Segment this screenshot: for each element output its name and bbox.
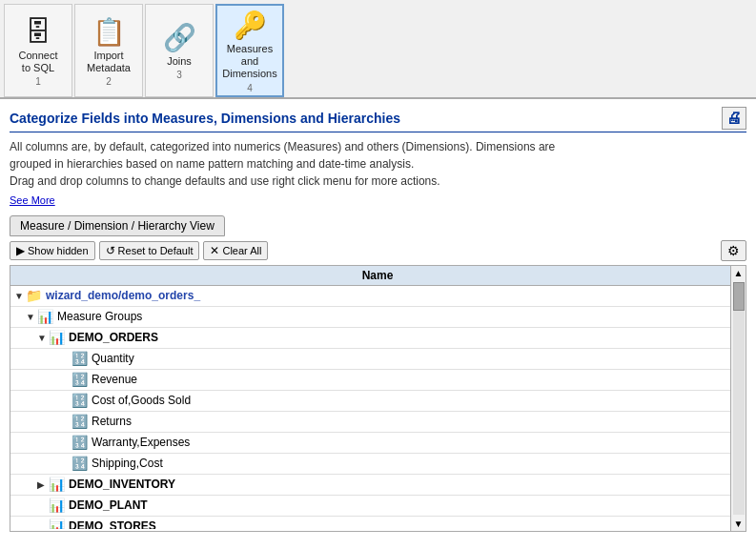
demo-inventory-icon: 📊 <box>49 477 65 492</box>
row-cell: 🔢 Returns <box>10 412 746 432</box>
demo-orders-icon: 📊 <box>49 330 65 345</box>
table-row[interactable]: 🔢 Returns <box>10 412 746 433</box>
demo-stores-icon: 📊 <box>49 518 65 529</box>
row-label: DEMO_STORES <box>69 519 156 529</box>
joins-label: Joins <box>167 55 192 68</box>
measures-dimensions-label: Measures andDimensions <box>219 43 280 81</box>
folder-icon: 📁 <box>26 288 42 303</box>
row-label: DEMO_INVENTORY <box>69 478 175 491</box>
main-content: Categorize Fields into Measures, Dimensi… <box>0 99 756 536</box>
row-label: Warranty,Expenses <box>92 436 190 449</box>
row-cell: 🔢 Shipping,Cost <box>10 454 746 474</box>
table-row[interactable]: ▼ 📊 DEMO_ORDERS <box>10 328 746 349</box>
scroll-up-icon[interactable]: ▲ <box>732 266 746 280</box>
scrollbar[interactable]: ▲ ▼ <box>730 266 746 531</box>
connect-sql-num: 1 <box>35 76 41 87</box>
main-toolbar: 🗄 Connect to SQL 1 📋 ImportMetadata 2 🔗 … <box>0 0 756 99</box>
import-metadata-button[interactable]: 📋 ImportMetadata 2 <box>74 4 143 97</box>
view-selector: Measure / Dimension / Hierarchy View <box>10 215 746 236</box>
import-metadata-num: 2 <box>106 76 112 87</box>
row-cell: 🔢 Cost of,Goods Sold <box>10 391 746 411</box>
view-tab[interactable]: Measure / Dimension / Hierarchy View <box>10 215 225 236</box>
page-title: Categorize Fields into Measures, Dimensi… <box>10 111 400 126</box>
measure-groups-icon: 📊 <box>37 309 53 324</box>
measures-dimensions-button[interactable]: 🔑 Measures andDimensions 4 <box>215 4 284 97</box>
measure-icon: 🔢 <box>72 372 88 387</box>
row-label: Measure Groups <box>57 310 142 323</box>
joins-button[interactable]: 🔗 Joins 3 <box>145 4 214 97</box>
row-label: DEMO_PLANT <box>69 498 148 512</box>
import-metadata-label: ImportMetadata <box>87 50 131 74</box>
row-label: Shipping,Cost <box>92 457 163 470</box>
clear-icon: ✕ <box>210 244 219 257</box>
table-row[interactable]: ▼ 📁 wizard_demo/demo_orders_ <box>10 286 746 307</box>
scroll-track[interactable] <box>733 282 745 515</box>
tree-toolbar: ▶ Show hidden ↺ Reset to Default ✕ Clear… <box>10 240 746 261</box>
show-hidden-icon: ▶ <box>16 244 25 257</box>
measure-icon: 🔢 <box>72 393 88 408</box>
row-cell: ▼ 📁 wizard_demo/demo_orders_ <box>10 286 746 306</box>
see-more-link[interactable]: See More <box>10 194 55 206</box>
scroll-down-icon[interactable]: ▼ <box>732 517 746 531</box>
desc-line1: All columns are, by default, categorized… <box>10 140 555 153</box>
joins-num: 3 <box>176 70 182 80</box>
col-name-header: Name <box>10 266 746 285</box>
description-block: All columns are, by default, categorized… <box>10 138 746 190</box>
row-cell: ▶ 📊 DEMO_INVENTORY <box>10 475 746 495</box>
row-cell: 📊 DEMO_STORES <box>10 517 746 529</box>
row-label: Quantity <box>92 352 134 365</box>
expand-icon[interactable]: ▼ <box>37 333 47 343</box>
show-hidden-button[interactable]: ▶ Show hidden <box>10 241 95 260</box>
table-row[interactable]: 🔢 Cost of,Goods Sold <box>10 391 746 412</box>
table-row[interactable]: 🔢 Shipping,Cost <box>10 454 746 475</box>
row-cell: 📊 DEMO_PLANT <box>10 496 746 516</box>
measures-dimensions-num: 4 <box>247 83 253 93</box>
clear-all-button[interactable]: ✕ Clear All <box>203 241 268 260</box>
row-label: Revenue <box>92 373 137 386</box>
options-button[interactable]: ⚙ <box>721 240 746 261</box>
row-cell: 🔢 Revenue <box>10 370 746 390</box>
expand-icon[interactable]: ▶ <box>37 479 47 490</box>
page-title-row: Categorize Fields into Measures, Dimensi… <box>10 107 746 132</box>
expand-icon[interactable]: ▼ <box>14 291 24 301</box>
row-cell: 🔢 Quantity <box>10 349 746 369</box>
table-row[interactable]: 🔢 Quantity <box>10 349 746 370</box>
import-metadata-icon: 📋 <box>92 16 126 48</box>
connect-sql-icon: 🗄 <box>25 16 51 48</box>
measure-icon: 🔢 <box>72 414 88 429</box>
print-icon[interactable]: 🖨 <box>722 107 746 130</box>
connect-sql-button[interactable]: 🗄 Connect to SQL 1 <box>4 4 72 97</box>
table-row[interactable]: 🔢 Revenue <box>10 370 746 391</box>
desc-line3: Drag and drop columns to change defaults… <box>10 174 440 188</box>
row-cell: 🔢 Warranty,Expenses <box>10 433 746 453</box>
table-row[interactable]: 📊 DEMO_PLANT <box>10 496 746 517</box>
clear-label: Clear All <box>222 245 261 256</box>
measure-icon: 🔢 <box>72 435 88 450</box>
row-label: wizard_demo/demo_orders_ <box>46 289 200 302</box>
expand-icon[interactable]: ▼ <box>26 312 35 322</box>
measure-icon: 🔢 <box>72 351 88 366</box>
reset-icon: ↺ <box>106 244 115 257</box>
desc-line2: grouped in hierarchies based on name pat… <box>10 157 414 171</box>
show-hidden-label: Show hidden <box>28 245 89 256</box>
measures-dimensions-icon: 🔑 <box>234 10 267 41</box>
table-row[interactable]: 📊 DEMO_STORES <box>10 517 746 529</box>
table-row[interactable]: ▼ 📊 Measure Groups <box>10 307 746 328</box>
row-label: Returns <box>92 415 132 428</box>
joins-icon: 🔗 <box>163 22 196 53</box>
demo-plant-icon: 📊 <box>49 498 65 513</box>
tree-body[interactable]: ▼ 📁 wizard_demo/demo_orders_ ▼ 📊 Measure… <box>10 286 746 529</box>
row-cell: ▼ 📊 Measure Groups <box>10 307 746 327</box>
tree-container: Name ▼ 📁 wizard_demo/demo_orders_ ▼ 📊 Me… <box>10 265 746 532</box>
reset-label: Reset to Default <box>118 245 194 256</box>
tree-header: Name <box>10 266 746 286</box>
table-row[interactable]: ▶ 📊 DEMO_INVENTORY <box>10 475 746 496</box>
row-label: Cost of,Goods Sold <box>92 394 191 407</box>
measure-icon: 🔢 <box>72 456 88 471</box>
row-label: DEMO_ORDERS <box>69 331 158 344</box>
reset-to-default-button[interactable]: ↺ Reset to Default <box>99 241 200 260</box>
row-cell: ▼ 📊 DEMO_ORDERS <box>10 328 746 348</box>
table-row[interactable]: 🔢 Warranty,Expenses <box>10 433 746 454</box>
scroll-thumb[interactable] <box>733 282 745 311</box>
connect-sql-label: Connect to SQL <box>19 50 58 74</box>
